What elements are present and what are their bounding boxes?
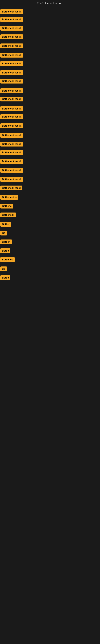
bottleneck-result-badge[interactable]: Bottleneck result: [0, 114, 23, 119]
bottleneck-result-badge[interactable]: Bottleneck result: [0, 133, 23, 138]
bottleneck-result-badge[interactable]: Bottleneck result: [0, 96, 23, 102]
bottleneck-result-badge[interactable]: Bottleneck result: [0, 79, 23, 84]
bottleneck-result-badge[interactable]: Bottle: [0, 248, 10, 253]
bottleneck-result-badge[interactable]: Bottleneck result: [0, 168, 23, 173]
bottleneck-result-badge[interactable]: Bottleneck result: [0, 142, 23, 146]
bottleneck-result-badge[interactable]: Bottleneck result: [0, 88, 23, 93]
bottleneck-result-badge[interactable]: Bottleneck result: [0, 17, 23, 22]
bottleneck-result-badge[interactable]: Bottleneck result: [0, 159, 23, 164]
bottleneck-result-badge[interactable]: Bottleneck: [0, 212, 16, 217]
bottleneck-result-badge[interactable]: Bottleneck result: [0, 123, 23, 128]
bottleneck-result-badge[interactable]: Bottleneck result: [0, 34, 23, 39]
bottleneck-result-badge[interactable]: Bottleneck result: [0, 106, 23, 111]
bottleneck-result-badge[interactable]: Bottleneck result: [0, 150, 23, 155]
bottleneck-result-badge[interactable]: Bottleneck re: [0, 195, 18, 200]
bottleneck-result-badge[interactable]: Bottleneck result: [0, 44, 23, 48]
bottleneck-result-badge[interactable]: Bottleneck result: [0, 9, 23, 14]
bottleneck-result-badge[interactable]: Bottlen: [0, 240, 12, 244]
bottleneck-result-badge[interactable]: Bottler: [0, 222, 11, 226]
bottleneck-result-badge[interactable]: Bottleneck result: [0, 177, 23, 182]
bottleneck-result-badge[interactable]: Bottleneck result: [0, 61, 23, 66]
bottleneck-result-badge[interactable]: Bottleneck result: [0, 186, 22, 190]
bottleneck-result-badge[interactable]: Bottleneck result: [0, 53, 23, 58]
bottleneck-result-badge[interactable]: Bottlenec: [0, 257, 15, 262]
bottleneck-result-badge[interactable]: Bo: [0, 231, 7, 236]
site-title: TheBottlenecker.com: [0, 0, 100, 6]
bottleneck-result-badge[interactable]: Bo: [0, 266, 7, 271]
bottleneck-result-badge[interactable]: Bottlene: [0, 204, 13, 208]
bottleneck-result-badge[interactable]: Bottleneck result: [0, 70, 23, 75]
bottleneck-result-badge[interactable]: Bottleneck result: [0, 26, 23, 30]
bottleneck-result-badge[interactable]: Bottle: [0, 275, 10, 280]
